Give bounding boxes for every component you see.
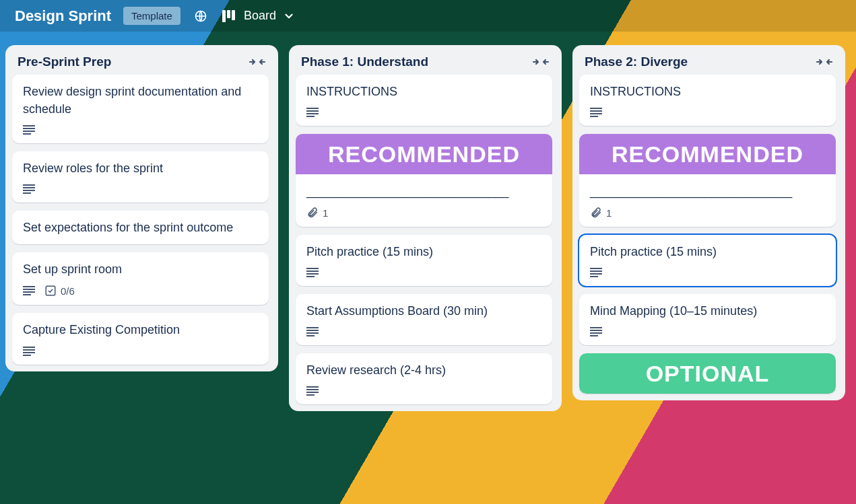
card[interactable]: Set expectations for the sprint outcome (12, 211, 269, 244)
card[interactable]: Review design sprint documentation and s… (12, 75, 269, 143)
svg-rect-5 (23, 128, 35, 129)
card-title: Review design sprint documentation and s… (23, 83, 258, 118)
card[interactable]: INSTRUCTIONS (579, 75, 836, 126)
svg-rect-29 (306, 327, 319, 328)
list: Phase 2: DivergeINSTRUCTIONSRECOMMENDED_… (572, 45, 845, 400)
view-switcher[interactable]: Board (221, 8, 295, 24)
list: Phase 1: UnderstandINSTRUCTIONSRECOMMEND… (289, 45, 562, 411)
card-badges (306, 386, 541, 396)
svg-rect-22 (306, 110, 319, 112)
svg-rect-24 (306, 116, 315, 117)
card-cover: OPTIONAL (579, 353, 836, 394)
card-badges (23, 184, 258, 194)
list-header[interactable]: Phase 1: Understand (289, 45, 562, 75)
svg-rect-33 (306, 386, 319, 388)
svg-rect-31 (306, 332, 319, 334)
card-badges (590, 326, 825, 337)
description-icon (306, 267, 319, 278)
card[interactable]: RECOMMENDED_____________________________… (296, 134, 552, 227)
svg-rect-15 (23, 294, 31, 295)
svg-rect-12 (23, 286, 35, 287)
svg-rect-19 (23, 352, 35, 353)
card-cover: RECOMMENDED (296, 134, 552, 174)
description-icon (590, 107, 602, 118)
chevron-down-icon (283, 10, 295, 22)
board-title[interactable]: Design Sprint (15, 7, 111, 25)
svg-rect-44 (590, 276, 598, 277)
globe-icon[interactable] (193, 8, 209, 24)
description-icon (590, 326, 602, 337)
list-header[interactable]: Pre-Sprint Prep (5, 45, 278, 75)
card-badges (23, 124, 258, 135)
description-icon (306, 107, 319, 118)
description-icon (23, 184, 35, 194)
template-badge[interactable]: Template (123, 7, 180, 25)
card-title: Set expectations for the sprint outcome (23, 219, 258, 236)
checklist-badge: 0/6 (44, 285, 75, 297)
card-title: Pitch practice (15 mins) (306, 243, 541, 260)
list-header[interactable]: Phase 2: Diverge (572, 45, 845, 75)
svg-rect-27 (306, 273, 319, 275)
svg-rect-48 (590, 335, 598, 336)
list: Pre-Sprint PrepReview design sprint docu… (5, 45, 278, 371)
card-title: INSTRUCTIONS (306, 83, 541, 100)
svg-rect-18 (23, 349, 35, 351)
attachment-badge: 1 (590, 207, 612, 219)
list-title[interactable]: Phase 2: Diverge (585, 55, 688, 69)
svg-rect-46 (590, 330, 602, 331)
card-title: ______________________________ (590, 182, 825, 200)
svg-rect-32 (306, 335, 315, 336)
card[interactable]: Start Assumptions Board (30 min) (296, 294, 552, 345)
card[interactable]: Set up sprint room0/6 (12, 252, 269, 305)
card[interactable]: RECOMMENDED_____________________________… (579, 134, 836, 227)
card-title: Set up sprint room (23, 260, 258, 278)
list-title[interactable]: Pre-Sprint Prep (18, 55, 111, 69)
svg-rect-13 (23, 289, 35, 290)
svg-rect-2 (227, 10, 230, 18)
list-cards[interactable]: INSTRUCTIONSRECOMMENDED_________________… (289, 75, 559, 411)
card-badges (590, 107, 825, 118)
view-label: Board (244, 9, 276, 23)
card-badges (306, 267, 541, 278)
card-cover-text: RECOMMENDED (328, 141, 520, 168)
card-title: Review roles for the sprint (23, 159, 258, 177)
description-icon (23, 124, 35, 135)
card[interactable]: Capture Existing Competition (12, 313, 269, 364)
board-header: Design Sprint Template Board (0, 0, 856, 32)
card-badges (23, 346, 258, 357)
card-title: INSTRUCTIONS (590, 83, 825, 100)
svg-rect-14 (23, 291, 35, 293)
card-badges (590, 267, 825, 278)
list-cards[interactable]: INSTRUCTIONSRECOMMENDED_________________… (572, 75, 843, 400)
collapse-list-icon[interactable] (249, 57, 266, 67)
card[interactable]: INSTRUCTIONS (296, 75, 552, 126)
svg-rect-7 (23, 133, 31, 135)
svg-rect-21 (306, 108, 319, 109)
svg-rect-16 (46, 287, 55, 296)
card-title: Capture Existing Competition (23, 321, 258, 338)
card-title: ______________________________ (306, 182, 541, 200)
svg-rect-47 (590, 332, 602, 334)
svg-rect-37 (590, 108, 602, 109)
list-title[interactable]: Phase 1: Understand (301, 55, 428, 69)
svg-rect-45 (590, 327, 602, 328)
collapse-list-icon[interactable] (532, 57, 550, 67)
list-cards[interactable]: Review design sprint documentation and s… (5, 75, 275, 371)
svg-rect-20 (23, 355, 31, 356)
collapse-list-icon[interactable] (816, 57, 833, 67)
card-title: Review research (2-4 hrs) (306, 361, 541, 379)
svg-rect-35 (306, 392, 319, 393)
svg-rect-28 (306, 276, 315, 277)
card[interactable]: Review roles for the sprint (12, 151, 269, 203)
card[interactable]: Pitch practice (15 mins) (296, 235, 552, 286)
description-icon (590, 267, 602, 278)
card[interactable]: Pitch practice (15 mins) (579, 235, 836, 286)
svg-rect-38 (590, 110, 602, 112)
card[interactable]: Mind Mapping (10–15 minutes) (579, 294, 836, 345)
card[interactable]: OPTIONAL (579, 353, 836, 394)
card[interactable]: Review research (2-4 hrs) (296, 353, 552, 404)
svg-rect-4 (23, 125, 35, 127)
board-canvas[interactable]: Pre-Sprint PrepReview design sprint docu… (0, 32, 856, 498)
card-title: Start Assumptions Board (30 min) (306, 302, 541, 320)
svg-rect-39 (590, 113, 602, 114)
